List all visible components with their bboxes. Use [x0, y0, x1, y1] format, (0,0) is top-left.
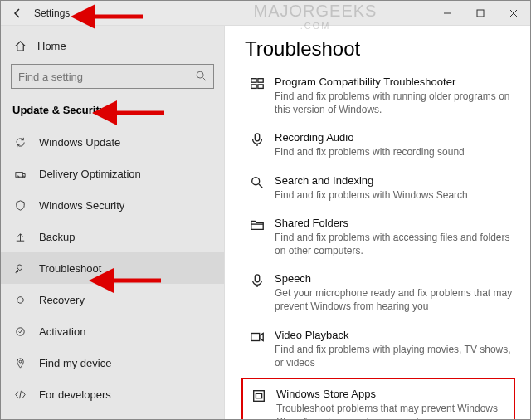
troubleshooter-desc: Find and fix problems with Windows Searc…: [275, 188, 468, 202]
program-compat-icon: [246, 76, 268, 91]
svg-rect-13: [251, 85, 256, 89]
folder-icon: [246, 217, 268, 232]
microphone-icon: [246, 131, 268, 147]
troubleshooter-video-playback[interactable]: Video PlaybackFind and fix problems with…: [245, 322, 515, 376]
sync-icon: [12, 136, 27, 149]
close-button[interactable]: [497, 1, 530, 26]
svg-rect-14: [258, 85, 263, 89]
sidebar-item-windows-security[interactable]: Windows Security: [1, 189, 224, 221]
sidebar-item-label: Delivery Optimization: [39, 168, 141, 180]
troubleshooter-shared-folders[interactable]: Shared FoldersFind and fix problems with…: [245, 210, 515, 264]
svg-rect-12: [258, 79, 263, 83]
troubleshooter-text: Shared FoldersFind and fix problems with…: [275, 217, 514, 257]
sidebar: Home Update & Security Windows UpdateDel…: [1, 26, 225, 419]
backup-icon: [12, 231, 27, 243]
sidebar-item-activation[interactable]: Activation: [1, 315, 224, 347]
troubleshooter-list: Program Compatibility TroubleshooterFind…: [245, 69, 515, 419]
minimize-button[interactable]: [431, 1, 464, 26]
sidebar-item-label: Windows Security: [39, 199, 124, 212]
svg-point-4: [197, 71, 203, 78]
sidebar-item-label: Activation: [39, 325, 85, 338]
content-area: Home Update & Security Windows UpdateDel…: [1, 26, 530, 419]
svg-point-10: [19, 360, 22, 363]
sidebar-item-windows-update[interactable]: Windows Update: [1, 126, 224, 158]
sidebar-item-label: Backup: [39, 231, 75, 243]
store-icon: [248, 388, 270, 403]
svg-line-5: [203, 77, 206, 80]
svg-rect-1: [477, 10, 484, 17]
nav-list: Windows UpdateDelivery OptimizationWindo…: [1, 126, 224, 410]
sidebar-item-recovery[interactable]: Recovery: [1, 284, 224, 315]
troubleshooter-recording-audio[interactable]: Recording AudioFind and fix problems wit…: [245, 125, 515, 165]
svg-rect-15: [255, 134, 259, 141]
troubleshooter-title: Speech: [275, 272, 514, 285]
troubleshooter-title: Windows Store Apps: [276, 388, 509, 400]
back-button[interactable]: [9, 5, 26, 22]
troubleshooter-desc: Troubleshoot problems that may prevent W…: [276, 402, 509, 419]
troubleshooter-text: Video PlaybackFind and fix problems with…: [275, 329, 514, 369]
svg-line-17: [259, 183, 263, 188]
sidebar-item-for-developers[interactable]: For developers: [1, 378, 224, 410]
troubleshooter-desc: Find and fix problems with accessing fil…: [275, 231, 514, 257]
video-icon: [246, 329, 268, 344]
recovery-icon: [12, 294, 27, 306]
page-heading: Troubleshoot: [245, 37, 515, 61]
troubleshooter-title: Recording Audio: [275, 131, 465, 144]
sidebar-item-find-my-device[interactable]: Find my device: [1, 347, 224, 378]
troubleshooter-windows-store-apps[interactable]: Windows Store AppsTroubleshoot problems …: [241, 378, 515, 419]
activation-icon: [12, 325, 27, 338]
troubleshooter-text: Windows Store AppsTroubleshoot problems …: [276, 388, 509, 419]
troubleshooter-desc: Find and fix problems with recording sou…: [275, 145, 465, 159]
main-panel: Troubleshoot Program Compatibility Troub…: [225, 26, 530, 419]
troubleshooter-title: Video Playback: [275, 329, 514, 341]
search-box[interactable]: [11, 64, 214, 89]
sidebar-item-backup[interactable]: Backup: [1, 221, 224, 252]
troubleshooter-text: Program Compatibility TroubleshooterFind…: [275, 76, 514, 116]
svg-rect-20: [254, 391, 265, 402]
troubleshooter-desc: Find and fix problems with running older…: [275, 90, 514, 116]
category-header: Update & Security: [1, 97, 224, 126]
troubleshooter-program-compatibility-troubleshooter[interactable]: Program Compatibility TroubleshooterFind…: [245, 69, 515, 123]
troubleshooter-speech[interactable]: SpeechGet your microphone ready and fix …: [245, 266, 515, 320]
troubleshooter-title: Search and Indexing: [275, 174, 468, 187]
delivery-icon: [12, 168, 27, 180]
maximize-button[interactable]: [464, 1, 497, 26]
svg-point-16: [252, 177, 260, 184]
window-title: Settings: [34, 7, 70, 19]
search-icon: [195, 70, 207, 84]
titlebar: Settings: [1, 1, 530, 26]
microphone-icon: [246, 272, 268, 288]
svg-rect-11: [251, 79, 256, 83]
sidebar-item-label: Troubleshoot: [39, 262, 101, 275]
home-icon: [12, 40, 27, 52]
search-icon: [246, 174, 268, 190]
home-label: Home: [37, 40, 66, 52]
troubleshooter-desc: Find and fix problems with playing movie…: [275, 343, 514, 369]
sidebar-item-troubleshoot[interactable]: Troubleshoot: [1, 252, 224, 284]
svg-rect-19: [251, 333, 260, 340]
sidebar-item-label: For developers: [39, 388, 111, 401]
wrench-icon: [12, 262, 27, 275]
window-controls: [431, 1, 530, 26]
troubleshooter-text: SpeechGet your microphone ready and fix …: [275, 272, 514, 313]
troubleshooter-search-and-indexing[interactable]: Search and IndexingFind and fix problems…: [245, 168, 515, 208]
settings-window: Settings Home Update & Security Windows …: [0, 0, 531, 420]
shield-icon: [12, 199, 27, 212]
sidebar-item-label: Find my device: [39, 357, 111, 369]
search-input[interactable]: [18, 71, 195, 83]
sidebar-item-label: Windows Update: [39, 136, 120, 149]
troubleshooter-text: Search and IndexingFind and fix problems…: [275, 174, 468, 202]
troubleshooter-text: Recording AudioFind and fix problems wit…: [275, 131, 465, 159]
home-row[interactable]: Home: [1, 31, 224, 61]
location-icon: [12, 357, 27, 369]
sidebar-item-delivery-optimization[interactable]: Delivery Optimization: [1, 158, 224, 189]
devmode-icon: [12, 388, 27, 401]
troubleshooter-title: Program Compatibility Troubleshooter: [275, 76, 514, 88]
sidebar-item-label: Recovery: [39, 294, 85, 306]
troubleshooter-desc: Get your microphone ready and fix proble…: [275, 286, 514, 313]
troubleshooter-title: Shared Folders: [275, 217, 514, 229]
svg-rect-18: [255, 275, 259, 282]
svg-rect-21: [256, 393, 261, 398]
